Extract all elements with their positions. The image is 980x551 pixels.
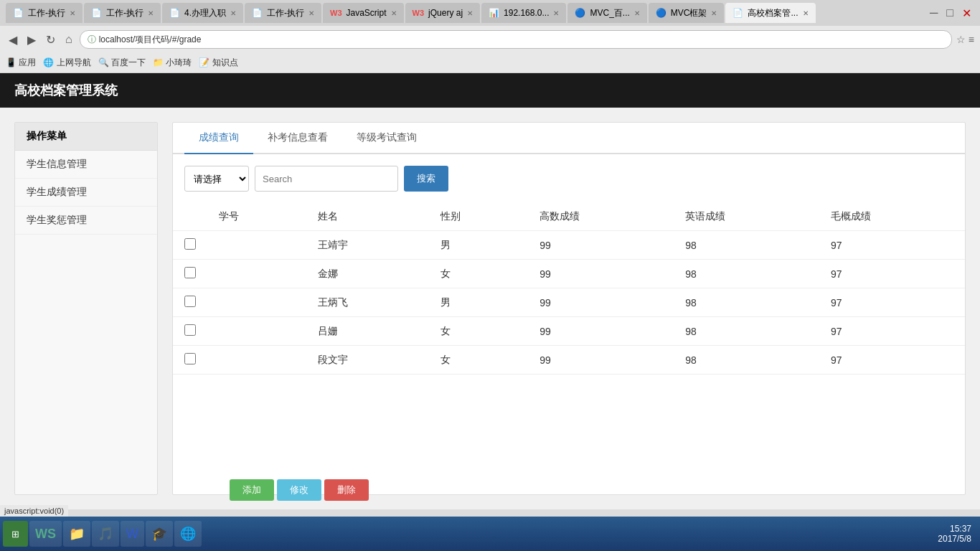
taskbar-clock: 15:37 2017/5/8 [932, 524, 977, 544]
tab-close-6[interactable]: ✕ [467, 9, 473, 17]
taskbar-item-music[interactable]: 🎵 [92, 521, 119, 547]
row-5-gender: 女 [429, 346, 528, 375]
tab-label-9: MVC框架 [671, 7, 707, 19]
tab-close-9[interactable]: ✕ [711, 9, 717, 17]
row-4-checkbox-cell [173, 317, 207, 346]
ws-icon: WS [35, 527, 56, 542]
content-area: 成绩查询 补考信息查看 等级考试查询 请选择 学号 姓名 搜索 [172, 122, 966, 495]
tab-close-1[interactable]: ✕ [70, 9, 75, 17]
row-1-checkbox[interactable] [184, 238, 196, 250]
search-input[interactable] [255, 166, 398, 192]
browser-tab-9[interactable]: 🔵 MVC框架 ✕ [649, 3, 725, 23]
row-2-gender: 女 [429, 260, 528, 288]
data-table: 学号 姓名 性别 高数成绩 英语成绩 毛概成绩 王靖宇 男 99 [173, 203, 965, 375]
browser-tab-8[interactable]: 🔵 MVC_百... ✕ [567, 3, 646, 23]
table-header: 学号 姓名 性别 高数成绩 英语成绩 毛概成绩 [173, 203, 965, 231]
row-2-mao: 97 [819, 260, 965, 288]
tab-bar: 📄 工作-执行 ✕ 📄 工作-执行 ✕ 📄 4.办理入职 ✕ 📄 工作-执行 ✕… [0, 0, 980, 26]
start-button[interactable]: ⊞ [3, 521, 28, 547]
tab-close-8[interactable]: ✕ [634, 9, 640, 17]
browser-tab-10[interactable]: 📄 高校档案管... ✕ [725, 3, 815, 23]
forward-button[interactable]: ▶ [24, 32, 39, 48]
app-header: 高校档案管理系统 [0, 73, 980, 108]
tab-label-6: jQuery aj [428, 8, 463, 18]
bookmark-baidu[interactable]: 🔍 百度一下 [98, 57, 146, 69]
row-5-mao: 97 [819, 346, 965, 375]
chrome-icon: 🌐 [180, 526, 196, 542]
tab-label-4: 工作-执行 [267, 7, 304, 19]
col-english: 英语成绩 [674, 203, 819, 231]
row-5-checkbox[interactable] [184, 353, 196, 364]
row-2-checkbox-cell [173, 260, 207, 288]
row-4-checkbox[interactable] [184, 324, 196, 336]
menu-icon[interactable]: ≡ [969, 34, 974, 45]
table-row: 王炳飞 男 99 98 97 [173, 288, 965, 317]
sidebar-item-student-grade[interactable]: 学生成绩管理 [15, 179, 157, 207]
table-body: 王靖宇 男 99 98 97 金娜 女 99 98 97 [173, 231, 965, 375]
back-button[interactable]: ◀ [6, 32, 20, 48]
tab-close-10[interactable]: ✕ [803, 9, 809, 17]
minimize-button[interactable]: ─ [927, 5, 941, 21]
row-1-name: 王靖宇 [306, 231, 429, 260]
tab-label-3: 4.办理入职 [184, 7, 226, 19]
search-select[interactable]: 请选择 学号 姓名 [184, 166, 249, 192]
taskbar-item-ws[interactable]: WS [29, 521, 62, 547]
tab-icon-7: 📊 [489, 8, 499, 18]
browser-tab-6[interactable]: W3 jQuery aj ✕ [405, 3, 481, 23]
address-box[interactable]: ⓘ localhost/项目代码/#/grade [80, 30, 952, 49]
bookmarks-bar: 📱 应用 🌐 上网导航 🔍 百度一下 📁 小琦琦 📝 知识点 [0, 53, 980, 73]
tab-close-2[interactable]: ✕ [148, 9, 154, 17]
tab-level-exam[interactable]: 等级考试查询 [342, 123, 431, 154]
browser-tab-1[interactable]: 📄 工作-执行 ✕ [6, 3, 83, 23]
maximize-button[interactable]: □ [943, 5, 956, 21]
row-3-english: 98 [674, 288, 819, 317]
table-row: 王靖宇 男 99 98 97 [173, 231, 965, 260]
search-bar: 请选择 学号 姓名 搜索 [173, 154, 965, 203]
tab-navigation: 成绩查询 补考信息查看 等级考试查询 [173, 123, 965, 154]
row-1-math: 99 [528, 231, 674, 260]
bookmark-xiaoqi[interactable]: 📁 小琦琦 [153, 57, 192, 69]
tab-close-5[interactable]: ✕ [391, 9, 397, 17]
folder-icon: 📁 [69, 526, 85, 542]
browser-tab-7[interactable]: 📊 192.168.0... ✕ [481, 3, 566, 23]
browser-tab-5[interactable]: W3 JavaScript ✕ [323, 3, 404, 23]
lock-icon: ⓘ [88, 34, 96, 46]
row-2-checkbox[interactable] [184, 267, 196, 278]
star-icon[interactable]: ☆ [956, 34, 966, 45]
row-4-name: 吕姗 [306, 317, 429, 346]
taskbar-item-chrome[interactable]: 🌐 [174, 521, 202, 547]
sidebar-item-student-info[interactable]: 学生信息管理 [15, 151, 157, 179]
taskbar-item-graduate[interactable]: 🎓 [146, 521, 173, 547]
taskbar-item-folder[interactable]: 📁 [63, 521, 90, 547]
bookmark-knowledge[interactable]: 📝 知识点 [199, 57, 237, 69]
bottom-action-bar: 添加 修改 删除 [222, 472, 376, 508]
row-2-math: 99 [528, 260, 674, 288]
col-checkbox [173, 203, 207, 231]
browser-window: 📄 工作-执行 ✕ 📄 工作-执行 ✕ 📄 4.办理入职 ✕ 📄 工作-执行 ✕… [0, 0, 980, 551]
table-row: 吕姗 女 99 98 97 [173, 317, 965, 346]
taskbar-item-word[interactable]: W [121, 521, 144, 547]
browser-tab-3[interactable]: 📄 4.办理入职 ✕ [162, 3, 243, 23]
tab-makeup-exam[interactable]: 补考信息查看 [253, 123, 342, 154]
close-button[interactable]: ✕ [959, 5, 974, 22]
bookmark-apps[interactable]: 📱 应用 [6, 57, 36, 69]
search-button[interactable]: 搜索 [404, 166, 448, 192]
tab-close-4[interactable]: ✕ [308, 9, 314, 17]
bookmark-nav[interactable]: 🌐 上网导航 [43, 57, 90, 69]
add-button[interactable]: 添加 [230, 479, 274, 501]
refresh-button[interactable]: ↻ [43, 32, 58, 48]
delete-button[interactable]: 删除 [324, 479, 369, 501]
tab-close-7[interactable]: ✕ [553, 9, 559, 17]
edit-button[interactable]: 修改 [277, 479, 321, 501]
browser-tab-2[interactable]: 📄 工作-执行 ✕ [84, 3, 161, 23]
home-button[interactable]: ⌂ [62, 32, 75, 47]
music-icon: 🎵 [98, 526, 113, 542]
tab-label-1: 工作-执行 [28, 7, 65, 19]
tab-icon-4: 📄 [252, 8, 263, 18]
tab-grade-query[interactable]: 成绩查询 [184, 123, 253, 154]
sidebar-item-student-reward[interactable]: 学生奖惩管理 [15, 207, 157, 235]
tab-close-3[interactable]: ✕ [230, 9, 236, 17]
row-3-checkbox[interactable] [184, 296, 196, 307]
table-row: 段文宇 女 99 98 97 [173, 346, 965, 375]
browser-tab-4[interactable]: 📄 工作-执行 ✕ [245, 3, 321, 23]
